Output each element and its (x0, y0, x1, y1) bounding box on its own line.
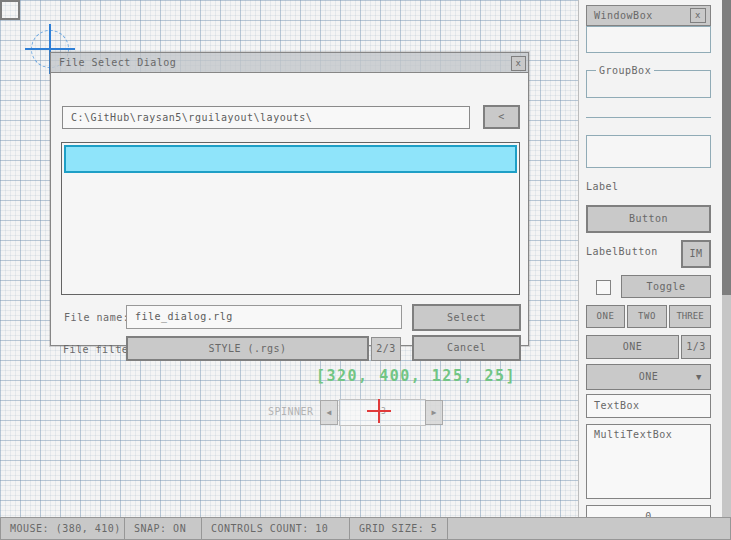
palette-togglegroup-one[interactable]: ONE (586, 305, 625, 328)
palette-line[interactable] (586, 117, 711, 118)
palette-groupbox[interactable]: GroupBox (586, 70, 711, 98)
palette-togglegroup-three[interactable]: THREE (669, 305, 711, 328)
close-icon[interactable]: x (511, 56, 526, 71)
palette-dropdown-value: ONE (639, 371, 659, 382)
palette-scrollbar-thumb[interactable] (722, 0, 731, 295)
file-list-selected-item[interactable] (64, 145, 517, 173)
palette-labelbutton[interactable]: LabelButton (586, 246, 658, 258)
layout-editor-canvas[interactable]: File Select Dialog x C:\GitHub\raysan5\r… (0, 0, 731, 540)
palette-label[interactable]: Label (586, 181, 619, 193)
path-textbox[interactable]: C:\GitHub\raysan5\rguilayout\layouts\ (62, 106, 470, 129)
origin-reference-square (0, 0, 20, 20)
status-mouse: MOUSE: (380, 410) (0, 517, 125, 540)
file-filter-button[interactable]: STYLE (.rgs) (126, 336, 369, 361)
select-button[interactable]: Select (412, 304, 521, 331)
palette-dropdownbox[interactable]: ONE ▼ (586, 364, 711, 390)
status-mouse-text: MOUSE: (380, 410) (1, 518, 124, 539)
spinner-right-arrow-icon[interactable]: ▶ (425, 400, 443, 425)
status-snap: SNAP: ON (124, 517, 202, 540)
palette-windowbox-body[interactable] (586, 26, 711, 53)
palette-multitextbox[interactable]: MultiTextBox (586, 424, 711, 499)
palette-combobox-counter[interactable]: 1/3 (681, 335, 711, 359)
palette-togglegroup-two[interactable]: TWO (627, 305, 667, 328)
file-name-label: File name: (64, 307, 129, 329)
file-list-view[interactable] (61, 142, 520, 295)
status-grid-size: GRID SIZE: 5 (349, 517, 448, 540)
status-grid-size-text: GRID SIZE: 5 (350, 518, 447, 539)
palette-combobox[interactable]: ONE (586, 335, 679, 359)
filter-count-badge[interactable]: 2/3 (371, 337, 401, 361)
status-bar: MOUSE: (380, 410) SNAP: ON CONTROLS COUN… (0, 517, 731, 540)
status-snap-text: SNAP: ON (125, 518, 201, 539)
palette-windowbox-title: WindowBox (594, 6, 653, 25)
dialog-body: C:\GitHub\raysan5\rguilayout\layouts\ < … (50, 73, 529, 346)
back-button[interactable]: < (483, 105, 520, 129)
file-select-dialog-window[interactable]: File Select Dialog x C:\GitHub\raysan5\r… (50, 52, 529, 346)
file-name-value: file_dialog.rlg (135, 306, 233, 328)
palette-multitextbox-value: MultiTextBox (594, 429, 672, 440)
palette-windowbox-close-icon[interactable]: x (690, 8, 706, 23)
chevron-down-icon: ▼ (696, 365, 702, 389)
palette-toggle[interactable]: Toggle (621, 275, 711, 298)
status-controls-count: CONTROLS COUNT: 10 (201, 517, 350, 540)
palette-panel[interactable] (586, 135, 711, 168)
dialog-titlebar[interactable]: File Select Dialog x (50, 52, 529, 73)
palette-button[interactable]: Button (586, 205, 711, 233)
cancel-button[interactable]: Cancel (412, 335, 521, 361)
mouse-crosshair-icon (378, 399, 380, 423)
file-name-textbox[interactable]: file_dialog.rlg (126, 305, 402, 329)
palette-textbox-value: TextBox (594, 395, 640, 417)
palette-imagebutton[interactable]: IM (681, 240, 711, 268)
palette-textbox[interactable]: TextBox (586, 394, 711, 418)
path-value: C:\GitHub\raysan5\rguilayout\layouts\ (71, 107, 312, 128)
palette-groupbox-label: GroupBox (596, 65, 654, 76)
spinner-left-arrow-icon[interactable]: ◀ (320, 400, 338, 425)
palette-checkbox[interactable] (596, 280, 611, 295)
status-empty (447, 517, 731, 540)
status-controls-count-text: CONTROLS COUNT: 10 (202, 518, 349, 539)
spinner-preview-label: SPINNER (268, 401, 314, 423)
control-rect-info: [320, 400, 125, 25] (316, 367, 516, 385)
dialog-title: File Select Dialog (59, 53, 176, 73)
